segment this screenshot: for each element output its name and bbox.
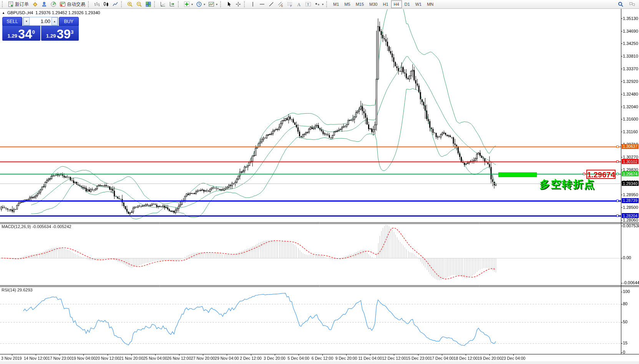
line-handle[interactable] xyxy=(616,146,619,148)
x-axis-label: 21 Nov 20:00 xyxy=(120,356,143,361)
chart-shift-icon xyxy=(169,1,175,7)
bar-chart-button[interactable] xyxy=(92,0,101,8)
rsi-axis-tick: 15 xyxy=(623,341,627,345)
trendline-button[interactable] xyxy=(267,0,276,8)
channel-icon: E xyxy=(277,1,284,7)
rsi-axis-tick: 0 xyxy=(623,350,625,354)
chevron-down-icon: ▾ xyxy=(191,3,193,6)
volume-decrease-button[interactable]: ▼ xyxy=(23,17,30,25)
text-label-button[interactable]: T xyxy=(304,0,313,8)
trendline-icon xyxy=(268,1,274,7)
toolbar-grip xyxy=(244,1,247,7)
buy-price-panel[interactable]: 1.29 39 3 xyxy=(41,26,79,41)
toolbar: 新订单自动交易▾▾▾EFAT▾M1M5M15M30H1H4D1W1MN xyxy=(0,0,639,9)
price-axis-tick: 1.31600 xyxy=(623,117,638,121)
tile-windows-button[interactable] xyxy=(144,0,153,8)
chat-button[interactable] xyxy=(627,0,637,8)
new-order-button[interactable]: 新订单 xyxy=(6,0,30,8)
horizontal-line-button[interactable] xyxy=(257,0,267,8)
cursor-button[interactable] xyxy=(224,0,234,8)
toolbar-grip xyxy=(326,1,329,7)
search-button[interactable] xyxy=(616,0,625,8)
timeframe-mn-button[interactable]: MN xyxy=(424,0,436,8)
timeframe-m1-button[interactable]: M1 xyxy=(330,0,342,8)
new-order-label: 新订单 xyxy=(15,1,29,8)
x-axis-label: 11 Dec 04:00 xyxy=(358,356,382,361)
timeframe-h4-button[interactable]: H4 xyxy=(391,0,402,8)
line-handle[interactable] xyxy=(616,173,619,175)
buy-price-big: 39 xyxy=(56,28,71,40)
terminal-button[interactable] xyxy=(40,0,49,8)
periods-button[interactable]: ▾ xyxy=(194,0,207,8)
clock-icon xyxy=(196,1,202,7)
symbol-label: GBPUSD-,H4 xyxy=(7,10,33,15)
cursor-icon xyxy=(226,1,232,7)
auto-trading-label: 自动交易 xyxy=(67,1,85,8)
price-axis-tick: 1.32920 xyxy=(623,79,638,84)
price-line-label: 1.28204 xyxy=(622,213,639,218)
rsi-axis-tick: 100 xyxy=(623,289,630,294)
volume-increase-button[interactable]: ▲ xyxy=(51,17,58,25)
auto-scroll-icon xyxy=(160,1,166,7)
svg-text:A: A xyxy=(297,2,301,7)
templates-button[interactable]: ▾ xyxy=(207,0,219,8)
sell-button[interactable]: SELL xyxy=(2,17,22,26)
price-axis-tick: 1.33370 xyxy=(623,66,638,71)
turning-point-rect[interactable] xyxy=(498,172,537,177)
tile-windows-icon xyxy=(145,1,151,7)
x-axis-label: 18 Dec 12:00 xyxy=(454,356,478,361)
text-button[interactable]: A xyxy=(294,0,304,8)
timeframe-w1-button[interactable]: W1 xyxy=(413,0,425,8)
news-button[interactable] xyxy=(49,0,58,8)
timeframe-m5-button[interactable]: M5 xyxy=(342,0,353,8)
toolbar-grip xyxy=(2,1,5,7)
callout-handle[interactable] xyxy=(583,173,585,175)
arrows-button[interactable]: ▾ xyxy=(313,0,325,8)
zoom-in-button[interactable] xyxy=(125,0,134,8)
price-axis-tick: 1.35130 xyxy=(623,16,638,21)
svg-text:T: T xyxy=(307,3,309,7)
sell-price-sup: 0 xyxy=(32,26,35,39)
timeframe-m15-button[interactable]: M15 xyxy=(353,0,367,8)
crosshair-button[interactable] xyxy=(234,0,243,8)
price-line-label: 1.29674 xyxy=(622,171,639,176)
candlestick-chart-button[interactable] xyxy=(101,0,111,8)
line-chart-button[interactable] xyxy=(111,0,120,8)
line-handle[interactable] xyxy=(616,215,619,217)
chart-shift-button[interactable] xyxy=(168,0,177,8)
indicators-list-button[interactable]: ▾ xyxy=(182,0,194,8)
auto-trading-button[interactable]: 自动交易 xyxy=(58,0,87,8)
vertical-line-button[interactable] xyxy=(248,0,257,8)
bar-chart-icon xyxy=(94,1,100,7)
x-axis-label: 25 Nov 04:00 xyxy=(143,356,167,361)
chevron-down-icon: ▾ xyxy=(322,3,324,6)
x-axis-label: 20 Nov 12:00 xyxy=(95,356,119,361)
price-line-label: 1.28739 xyxy=(622,198,639,203)
sell-price-panel[interactable]: 1.29 34 0 xyxy=(2,26,40,41)
person-icon xyxy=(41,1,47,7)
zoom-in-icon xyxy=(127,1,133,7)
price-line-label: 1.30637 xyxy=(622,144,639,149)
toolbar-grip xyxy=(178,1,181,7)
timeframe-m30-button[interactable]: M30 xyxy=(367,0,380,8)
fibo-icon: F xyxy=(287,1,293,7)
volume-input[interactable] xyxy=(30,17,51,25)
auto-scroll-button[interactable] xyxy=(158,0,168,8)
zoom-out-button[interactable] xyxy=(134,0,144,8)
turning-point-label[interactable]: 多空转折点 xyxy=(539,177,595,191)
toolbar-grip xyxy=(220,1,223,7)
x-axis-label: 19 Nov 04:00 xyxy=(71,356,95,361)
price-line-label: 1.30102 xyxy=(622,159,639,164)
line-handle[interactable] xyxy=(616,160,619,163)
fibonacci-retracement-button[interactable]: F xyxy=(285,0,294,8)
line-handle[interactable] xyxy=(616,200,619,202)
autotrade-icon xyxy=(60,1,66,7)
buy-button[interactable]: BUY xyxy=(59,17,79,26)
collapse-icon[interactable]: ▲ xyxy=(2,11,5,15)
equidistant-channel-button[interactable]: E xyxy=(276,0,285,8)
x-axis-label: 15 Dec 23:00 xyxy=(406,356,430,361)
timeframe-h1-button[interactable]: H1 xyxy=(380,0,391,8)
metaeditor-button[interactable] xyxy=(30,0,40,8)
x-axis-label: 19 Dec 20:00 xyxy=(478,356,501,361)
timeframe-d1-button[interactable]: D1 xyxy=(402,0,413,8)
